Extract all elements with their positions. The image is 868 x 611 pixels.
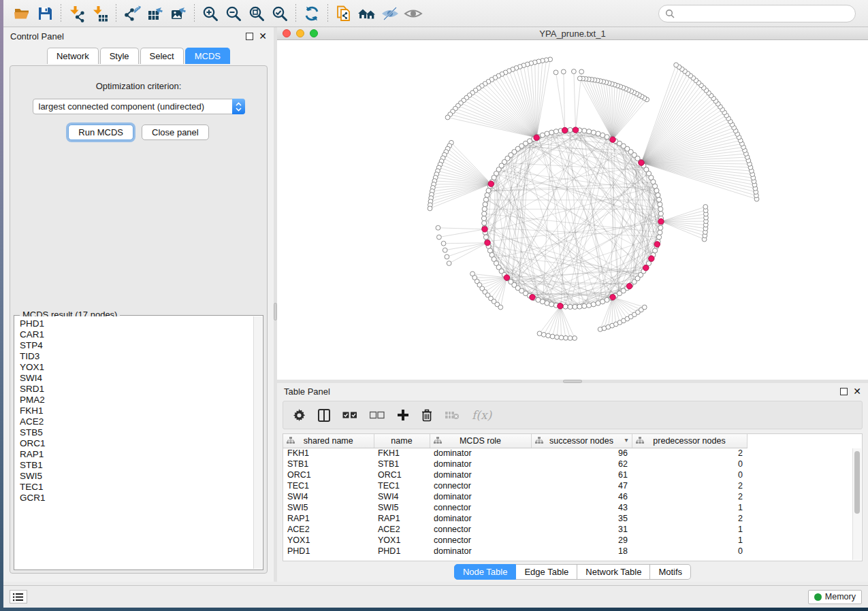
table-options-button[interactable] [293,409,306,422]
column-header-MCDS-role[interactable]: MCDS role [430,434,531,448]
tab-motifs[interactable]: Motifs [650,564,691,580]
table-row[interactable]: SWI4SWI4dominator462 [283,491,747,502]
zoom-out-button[interactable] [222,3,245,24]
export-table-icon [146,5,164,22]
table-row[interactable]: SWI5SWI5connector431 [283,502,747,513]
table-scrollbar[interactable] [852,448,861,560]
column-header-predecessor-nodes[interactable]: predecessor nodes [632,434,747,448]
export-network-button[interactable] [120,3,144,24]
export-table-button[interactable] [144,3,167,24]
select-all-rows-button[interactable] [342,410,357,420]
mcds-result-item[interactable]: TID3 [20,351,253,362]
status-bar: Memory [3,585,868,608]
tab-network-table[interactable]: Network Table [577,564,650,580]
delete-table-icon [445,410,460,420]
search-input[interactable] [679,9,849,18]
mcds-result-item[interactable]: PHD1 [20,318,253,329]
refresh-icon [303,5,321,22]
column-header-name[interactable]: name [374,434,430,448]
network-window-titlebar[interactable]: YPA_prune.txt_1 [277,27,868,40]
export-image-button[interactable] [167,3,190,24]
toolbar-separator [194,4,195,23]
mcds-tab-content: Optimization criterion: largest connecte… [10,65,268,574]
close-panel-icon[interactable]: ✕ [259,33,267,40]
tab-node-table[interactable]: Node Table [454,564,517,580]
mcds-result-list[interactable]: PHD1CAR1STP4TID3YOX1SWI4SRD1PMA2FKH1ACE2… [15,316,253,569]
tab-network[interactable]: Network [47,48,99,64]
table-row[interactable]: FKH1FKH1dominator962 [283,448,747,459]
mcds-result-item[interactable]: ORC1 [20,438,253,449]
table-row[interactable]: PHD1PHD1dominator180 [283,546,747,557]
zoom-selected-button[interactable] [268,3,291,24]
table-row[interactable]: ACE2ACE2connector311 [283,524,747,535]
import-table-button[interactable] [89,3,112,24]
mcds-result-item[interactable]: RAP1 [20,449,253,460]
tab-mcds[interactable]: MCDS [185,48,230,64]
delete-column-button[interactable] [421,409,432,422]
open-file-button[interactable] [10,3,33,24]
table-panel-title: Table Panel [284,386,330,397]
plus-icon [397,409,409,421]
mcds-result-item[interactable]: STP4 [20,340,253,351]
float-panel-icon[interactable] [246,33,253,40]
mcds-result-item[interactable]: ACE2 [20,416,253,427]
mcds-list-scrollbar[interactable] [253,316,262,569]
float-panel-icon[interactable] [840,388,848,395]
mcds-result-item[interactable]: SWI5 [20,471,253,482]
duplicate-network-button[interactable] [332,3,355,24]
table-row[interactable]: RAP1RAP1dominator352 [283,513,747,524]
table-row[interactable]: TEC1TEC1connector472 [283,480,747,491]
table-row[interactable]: STB1STB1dominator620 [283,459,747,469]
tab-select[interactable]: Select [140,48,184,64]
search-field[interactable] [658,5,856,22]
sort-chevron-icon[interactable]: ▾ [624,436,628,444]
deselect-all-rows-button[interactable] [370,410,385,420]
criterion-dropdown-value: largest connected component (undirected) [33,101,233,112]
import-network-button[interactable] [65,3,89,24]
zoom-fit-button[interactable] [245,3,268,24]
zoom-out-icon [225,5,242,22]
mcds-result-item[interactable]: STB1 [20,460,253,471]
refresh-view-button[interactable] [300,3,323,24]
show-panels-button[interactable] [10,590,27,604]
zoom-in-icon [202,5,219,22]
trash-icon [421,409,432,422]
tab-style[interactable]: Style [100,48,139,64]
mcds-result-item[interactable]: GCR1 [20,493,253,503]
table-row[interactable]: YOX1YOX1connector291 [283,535,747,546]
close-panel-button[interactable]: Close panel [142,125,209,140]
import-network-icon [68,5,86,22]
zoom-fit-icon [248,5,266,22]
mcds-result-item[interactable]: SWI4 [20,373,253,384]
first-neighbors-button[interactable] [355,3,379,24]
show-column-panel-button[interactable] [318,409,330,422]
tab-edge-table[interactable]: Edge Table [516,564,577,580]
mcds-result-item[interactable]: SRD1 [20,384,253,395]
memory-button[interactable]: Memory [808,590,862,604]
control-panel-title: Control Panel [10,31,64,42]
mcds-result-item[interactable]: TEC1 [20,482,253,493]
mcds-result-groupbox: MCDS result (17 nodes) PHD1CAR1STP4TID3Y… [14,315,263,570]
save-session-button[interactable] [33,3,57,24]
network-graph[interactable] [277,40,868,379]
mcds-result-item[interactable]: FKH1 [20,406,253,416]
create-column-button[interactable] [397,409,409,421]
mcds-result-item[interactable]: STB5 [20,427,253,438]
table-scrollbar-thumb[interactable] [854,451,860,514]
main-toolbar [3,0,868,27]
hide-selected-button[interactable] [379,3,402,24]
zoom-in-button[interactable] [199,3,222,24]
network-canvas[interactable] [277,40,868,379]
column-header-shared-name[interactable]: shared name [283,434,374,448]
mcds-result-item[interactable]: PMA2 [20,395,253,406]
desktop: Control Panel ✕ NetworkStyleSelectMCDS O… [0,0,868,611]
table-row[interactable]: ORC1ORC1dominator610 [283,469,747,480]
show-all-button[interactable] [402,3,425,24]
toolbar-separator [61,4,61,23]
mcds-result-item[interactable]: CAR1 [20,329,253,340]
column-header-successor-nodes[interactable]: successor nodes▾ [531,434,632,448]
close-panel-icon[interactable]: ✕ [853,388,861,395]
run-mcds-button[interactable]: Run MCDS [68,125,133,140]
criterion-dropdown[interactable]: largest connected component (undirected) [33,99,245,114]
mcds-result-item[interactable]: YOX1 [20,362,253,373]
